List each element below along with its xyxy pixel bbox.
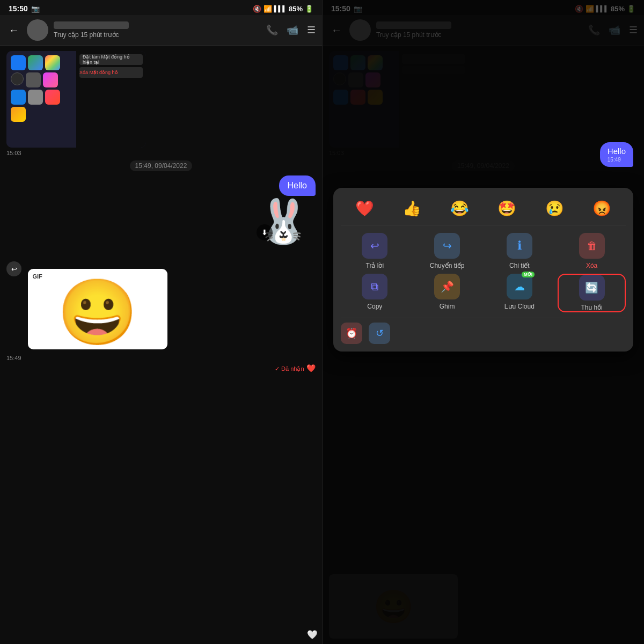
menu-item-reply[interactable]: ↩ Trả lời xyxy=(341,233,409,269)
menu-option-1-text: Đặt làm Mặt đồng hồ hiện tại xyxy=(83,54,140,65)
forward-icon: ↪ xyxy=(434,233,460,259)
video-icon-left[interactable]: 📹 xyxy=(287,24,298,36)
menu-item-forward[interactable]: ↪ Chuyển tiếp xyxy=(413,233,481,269)
menu-option-2: Xóa Mặt đồng hồ xyxy=(79,67,143,78)
screenshot-time: 15:03 xyxy=(6,150,146,156)
menu-item-copy[interactable]: ⧉ Copy xyxy=(341,274,409,312)
download-sticker-button[interactable]: ⬇ xyxy=(257,224,273,240)
wifi-icon: 📶 xyxy=(264,5,272,13)
right-panel: 15:50 📷 🔇 📶 ▌▌▌ 85% 🔋 ← Truy cập 15 phút… xyxy=(322,0,644,644)
app-facebook-icon xyxy=(11,55,26,70)
status-time-left: 15:50 📷 xyxy=(9,4,40,13)
heart-emoji-left: ❤️ xyxy=(306,364,316,372)
pin-label: Ghim xyxy=(440,303,455,310)
heart-reaction-left[interactable]: 🤍 xyxy=(307,630,318,640)
status-icons-left: 🔇 📶 ▌▌▌ 85% 🔋 xyxy=(253,5,313,13)
cloud-label: Lưu Cloud xyxy=(504,303,535,310)
more-actions-row: ⏰ ↺ xyxy=(341,318,626,344)
new-badge: MỚI xyxy=(522,272,535,277)
contact-avatar-left xyxy=(27,19,48,41)
pin-icon: 📌 xyxy=(434,274,460,299)
hello-message-out: Hello xyxy=(279,175,316,196)
app-settings-icon xyxy=(28,90,43,105)
detail-label: Chi tiết xyxy=(509,262,530,269)
menu-option-1: Đặt làm Mặt đồng hồ hiện tại xyxy=(79,54,143,65)
time-left: 15:50 xyxy=(9,4,28,13)
delete-label: Xóa xyxy=(586,262,597,269)
menu-option-2-text: Xóa Mặt đồng hồ xyxy=(79,70,118,75)
emoji-laugh[interactable]: 😂 xyxy=(450,200,469,217)
app-row-2 xyxy=(11,72,72,87)
context-menu-grid: ↩ Trả lời ↪ Chuyển tiếp ℹ Chi tiết 🗑 xyxy=(341,233,626,312)
menu-icon-left[interactable]: ☰ xyxy=(307,24,316,36)
contact-name-left xyxy=(54,21,129,29)
app-row-4 xyxy=(11,107,72,122)
gif-emoji-display: 😀 xyxy=(28,269,167,349)
screenshot-image: Đặt làm Mặt đồng hồ hiện tại Xóa Mặt đồn… xyxy=(6,51,146,148)
battery-text-left: 85% xyxy=(289,5,303,13)
more-item-alarm[interactable]: ⏰ xyxy=(341,323,362,344)
menu-item-delete[interactable]: 🗑 Xóa xyxy=(558,233,626,269)
context-menu: ❤️ 👍 😂 🤩 😢 😡 ↩ Trả lời ↪ Chuyển tiếp xyxy=(333,188,633,352)
phone-icon-left[interactable]: 📞 xyxy=(266,24,278,36)
emoji-reaction-row: ❤️ 👍 😂 🤩 😢 😡 xyxy=(341,195,626,225)
screenshot-menu: Đặt làm Mặt đồng hồ hiện tại Xóa Mặt đồn… xyxy=(76,51,146,148)
signal-bars-icon: ▌▌▌ xyxy=(274,5,287,12)
battery-icon-left: 🔋 xyxy=(305,5,313,13)
app-row-1 xyxy=(11,55,72,70)
app-photos-icon xyxy=(45,55,60,70)
app-p2-icon xyxy=(11,107,26,122)
sticker-message: ⬇ 🐰 xyxy=(251,200,316,265)
emoji-thumbsup[interactable]: 👍 xyxy=(402,200,421,217)
screenshot-message: Đặt làm Mặt đồng hồ hiện tại Xóa Mặt đồn… xyxy=(6,51,146,156)
app-gallery-icon xyxy=(43,72,58,87)
left-panel: 15:50 📷 🔇 📶 ▌▌▌ 85% 🔋 ← Truy cập 15 phút… xyxy=(0,0,322,644)
recall-icon: 🔄 xyxy=(579,275,605,301)
hello-bubble: Hello xyxy=(279,175,316,196)
chat-header-left: ← Truy cập 15 phút trước 📞 📹 ☰ xyxy=(0,15,322,46)
app-camera-icon xyxy=(26,72,41,87)
back-button-left[interactable]: ← xyxy=(6,22,21,39)
msg-time-bottom-left: 15:49 xyxy=(6,355,21,361)
alarm-icon: ⏰ xyxy=(341,323,362,344)
recall-label: Thu hồi xyxy=(581,304,602,311)
delivered-status-left: ✓ Đã nhận xyxy=(275,365,304,372)
copy-icon: ⧉ xyxy=(362,274,387,299)
hello-text-right: Hello xyxy=(608,147,626,156)
app-picsart-icon xyxy=(45,90,60,105)
app-store-icon xyxy=(11,90,26,105)
gif-container: GIF 😀 xyxy=(28,269,167,349)
emoji-star-eyes[interactable]: 🤩 xyxy=(497,200,516,217)
date-separator: 15:49, 09/04/2022 xyxy=(130,160,193,171)
app-maps-icon xyxy=(28,55,43,70)
share-button[interactable]: ↩ xyxy=(6,261,21,276)
reply-icon: ↩ xyxy=(362,233,387,259)
sticker-container: ⬇ 🐰 xyxy=(251,200,316,265)
menu-item-pin[interactable]: 📌 Ghim xyxy=(413,274,481,312)
gif-message: ↩ GIF 😀 xyxy=(6,269,167,349)
emoji-heart[interactable]: ❤️ xyxy=(355,200,374,217)
camera-status-icon: 📷 xyxy=(31,5,40,13)
reply-label: Trả lời xyxy=(366,262,384,269)
hello-bubble-right: Hello 15:49 xyxy=(600,142,633,167)
screenshot-homescreen xyxy=(6,51,76,148)
app-row-3 xyxy=(11,90,72,105)
menu-item-recall[interactable]: 🔄 Thu hồi xyxy=(558,274,626,312)
cloud-icon: ☁ MỚI xyxy=(507,274,532,299)
hello-time-right: 15:49 xyxy=(608,157,626,163)
emoji-angry[interactable]: 😡 xyxy=(592,200,611,217)
chat-area-left[interactable]: Đặt làm Mặt đồng hồ hiện tại Xóa Mặt đồn… xyxy=(0,46,322,644)
menu-item-cloud[interactable]: ☁ MỚI Lưu Cloud xyxy=(486,274,554,312)
menu-item-detail[interactable]: ℹ Chi tiết xyxy=(486,233,554,269)
refresh-icon: ↺ xyxy=(369,323,390,344)
mute-icon: 🔇 xyxy=(253,5,261,13)
contact-info-left: Truy cập 15 phút trước xyxy=(54,21,261,39)
app-clock-icon xyxy=(11,72,24,85)
forward-label: Chuyển tiếp xyxy=(430,262,465,269)
more-item-refresh[interactable]: ↺ xyxy=(369,323,390,344)
detail-icon: ℹ xyxy=(507,233,532,259)
contact-status-left: Truy cập 15 phút trước xyxy=(54,31,261,39)
status-bar-left: 15:50 📷 🔇 📶 ▌▌▌ 85% 🔋 xyxy=(0,0,322,15)
emoji-cry[interactable]: 😢 xyxy=(545,200,564,217)
message-footer-left: 15:49 🤍 xyxy=(6,355,316,361)
